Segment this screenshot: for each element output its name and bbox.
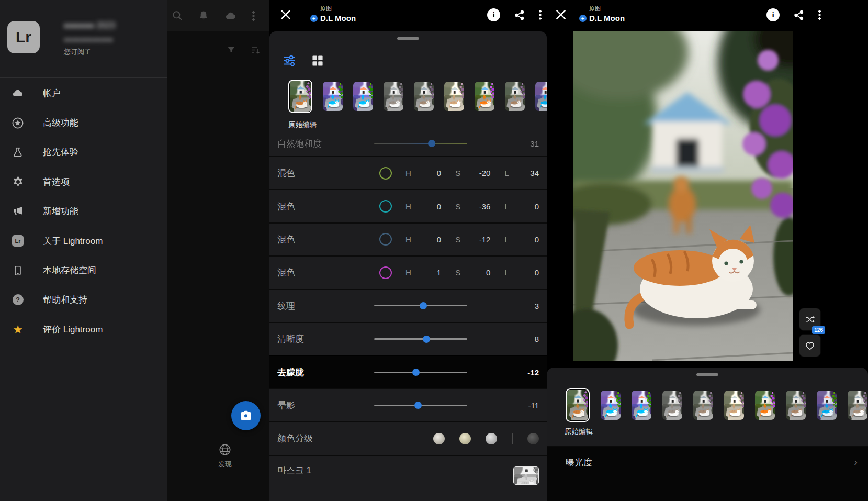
sidebar-item-lr-badge[interactable]: Lr关于 Lightroom: [0, 226, 167, 255]
adjustment-row-colorgrade[interactable]: 颜色分级: [269, 421, 547, 454]
cloud-sync-status-icon[interactable]: [224, 10, 238, 21]
color-grade-global[interactable]: [527, 433, 539, 444]
sidebar-item-star[interactable]: ★评价 Lightroom: [0, 315, 167, 344]
adjustment-row-slider[interactable]: 纹理3: [269, 289, 547, 322]
adjustment-slider[interactable]: [374, 402, 467, 409]
color-grade-wheel[interactable]: [433, 433, 445, 444]
info-icon[interactable]: i: [766, 8, 780, 21]
gear-icon: [12, 175, 24, 188]
color-grade-wheel[interactable]: [486, 433, 497, 444]
sidebar-item-phone[interactable]: 本地存储空间: [0, 255, 167, 285]
viewer-preset-thumbnail-4[interactable]: [693, 391, 713, 420]
sidebar-item-help-circle[interactable]: ?帮助和支持: [0, 285, 167, 315]
adjustment-row-slider[interactable]: 自然饱和度31: [269, 131, 547, 156]
camera-capture-button[interactable]: [231, 401, 261, 430]
adjustment-row-mix[interactable]: 混色H1S0L0: [269, 255, 547, 288]
hsl-letter: H: [405, 169, 411, 177]
versions-button[interactable]: 126: [799, 308, 821, 331]
sort-icon[interactable]: [250, 45, 261, 55]
adjustment-slider[interactable]: [374, 140, 467, 147]
viewer-preset-thumbnail-0[interactable]: [566, 388, 590, 422]
color-ring[interactable]: [379, 266, 392, 279]
editor-preset-thumbnail-0[interactable]: [288, 80, 312, 113]
viewer-preset-thumbnail-7[interactable]: [786, 391, 806, 420]
editor-preset-thumbnail-1[interactable]: [323, 82, 343, 111]
editor-preset-thumbnail-3[interactable]: [384, 82, 403, 111]
tab-edit-sliders[interactable]: [283, 54, 296, 67]
viewer-preset-thumbnail-2[interactable]: [632, 391, 651, 420]
divider: [512, 433, 513, 444]
favorite-button[interactable]: [799, 334, 821, 357]
photo-title-name: D.L Moon: [589, 14, 625, 23]
star-icon: ★: [12, 323, 24, 336]
color-ring[interactable]: [379, 233, 392, 246]
photo-title-tag: 原图: [589, 5, 625, 13]
viewer-preset-thumbnail-8[interactable]: [817, 391, 837, 420]
adjustment-row-mix[interactable]: 混色H0S-36L0: [269, 189, 547, 222]
color-ring[interactable]: [379, 167, 392, 180]
share-icon[interactable]: [793, 9, 805, 21]
library-overflow-menu-icon[interactable]: [252, 10, 255, 21]
editor-preset-thumbnail-7[interactable]: [505, 82, 525, 111]
photo-title[interactable]: 原图 + D.L Moon: [310, 5, 356, 23]
account-email: ●●●●●●●●●●●●: [64, 36, 113, 43]
color-grade-wheel[interactable]: [459, 433, 471, 444]
discover-nav-item[interactable]: 发现: [212, 443, 238, 469]
globe-icon: [218, 443, 232, 457]
viewer-preset-thumbnail-9[interactable]: [848, 391, 867, 420]
library-filter-row: [226, 45, 261, 55]
close-icon[interactable]: [280, 9, 292, 21]
sidebar-item-star-circle[interactable]: 高级功能: [0, 108, 167, 137]
adjustment-row-mask[interactable]: 마스크 1: [269, 455, 547, 500]
exposure-row[interactable]: 曝光度 ›: [547, 447, 868, 501]
slider-handle[interactable]: [423, 336, 430, 343]
overflow-menu-icon[interactable]: [539, 9, 542, 20]
viewer-preset-thumbnail-3[interactable]: [662, 391, 682, 420]
tab-preset-grid[interactable]: [311, 54, 324, 67]
sidebar-menu: 帐户高级功能抢先体验首选项新增功能Lr关于 Lightroom本地存储空间?帮助…: [0, 79, 167, 344]
close-icon[interactable]: [555, 9, 568, 21]
overflow-menu-icon[interactable]: [818, 9, 821, 20]
adjustment-row-slider[interactable]: 晕影-11: [269, 388, 547, 421]
viewer-preset-thumbnail-1[interactable]: [601, 391, 621, 420]
adjustment-slider[interactable]: [374, 302, 467, 309]
slider-handle[interactable]: [428, 140, 435, 147]
slider-handle[interactable]: [412, 369, 420, 376]
adjustment-row-slider[interactable]: 去朦胧-12: [269, 355, 547, 388]
divider: [0, 77, 167, 78]
panel-tabs: [283, 54, 324, 67]
drag-handle[interactable]: [397, 37, 419, 40]
editor-preset-thumbnail-5[interactable]: [444, 82, 464, 111]
sidebar-item-megaphone[interactable]: 新增功能: [0, 197, 167, 226]
viewer-preset-thumbnail-6[interactable]: [755, 391, 775, 420]
mask-thumbnail[interactable]: [513, 466, 539, 485]
editor-preset-thumbnail-8[interactable]: [535, 82, 547, 111]
sidebar-item-flask[interactable]: 抢先体验: [0, 138, 167, 167]
adjustment-slider[interactable]: [374, 336, 467, 343]
adjustment-label: 마스크 1: [277, 464, 374, 476]
photo-preview[interactable]: [573, 31, 793, 361]
slider-handle[interactable]: [414, 402, 422, 409]
viewer-preset-thumbnail-5[interactable]: [724, 391, 744, 420]
photo-title[interactable]: 原图 + D.L Moon: [579, 5, 625, 23]
sidebar-item-label: 关于 Lightroom: [43, 235, 103, 247]
sidebar-item-gear[interactable]: 首选项: [0, 167, 167, 196]
adjustment-row-mix[interactable]: 混色H0S-12L0: [269, 222, 547, 255]
info-icon[interactable]: i: [487, 8, 500, 21]
drag-handle[interactable]: [696, 373, 718, 376]
adjustment-list: 自然饱和度31混色H0S-20L34混色H0S-36L0混色H0S-12L0混色…: [269, 131, 547, 501]
editor-preset-thumbnail-6[interactable]: [475, 82, 494, 111]
sidebar-item-cloud[interactable]: 帐户: [0, 79, 167, 108]
color-ring[interactable]: [379, 200, 392, 213]
filter-funnel-icon[interactable]: [226, 45, 236, 55]
search-icon[interactable]: [172, 10, 183, 21]
color-grade-wheels: [433, 433, 539, 444]
slider-handle[interactable]: [420, 302, 427, 309]
adjustment-slider[interactable]: [374, 369, 467, 376]
adjustment-row-mix[interactable]: 混色H0S-20L34: [269, 156, 547, 189]
share-icon[interactable]: [514, 9, 525, 21]
editor-preset-thumbnail-4[interactable]: [414, 82, 434, 111]
editor-preset-thumbnail-2[interactable]: [353, 82, 373, 111]
notifications-bell-icon[interactable]: [198, 10, 209, 21]
adjustment-row-slider[interactable]: 清晰度8: [269, 322, 547, 355]
